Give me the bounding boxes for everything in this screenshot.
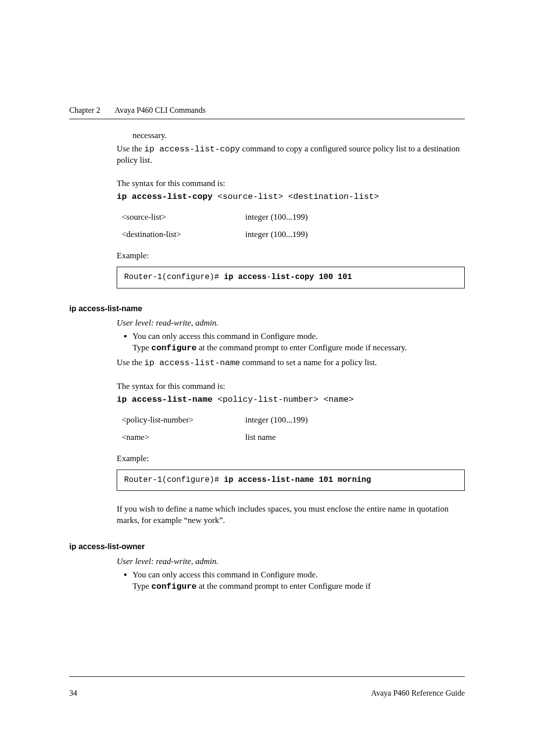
list-item: You can only access this command in Conf…: [133, 569, 465, 593]
necessary-trailing: necessary.: [133, 130, 465, 142]
bullet-line2-pre: Type: [133, 343, 151, 352]
example-box: Router-1(configure)# ip access-list-copy…: [117, 267, 465, 288]
section-name-body: User level: read-write, admin. You can o…: [117, 318, 465, 526]
doc-title: Avaya P460 Reference Guide: [371, 688, 465, 699]
section-copy-body: necessary. Use the ip access-list-copy c…: [117, 130, 465, 288]
param-table: <source-list> integer (100...199) <desti…: [122, 209, 465, 243]
use-post: command to set a name for a policy list.: [240, 358, 377, 367]
note-paragraph: If you wish to define a name which inclu…: [117, 504, 465, 526]
syntax-intro: The syntax for this command is:: [117, 178, 465, 189]
bullet-line2-post: at the command prompt to enter Configure…: [197, 343, 407, 352]
footer-rule: [69, 676, 465, 677]
bullet-line2-cmd: configure: [151, 343, 197, 353]
heading-access-list-owner: ip access-list-owner: [69, 541, 465, 552]
param-table: <policy-list-number> integer (100...199)…: [122, 412, 465, 446]
use-pre: Use the: [117, 358, 144, 367]
page-footer: 34 Avaya P460 Reference Guide: [69, 676, 465, 699]
bullet-line2-post: at the command prompt to enter Configure…: [197, 581, 371, 591]
param-desc: list name: [245, 432, 465, 443]
bullet-list: You can only access this command in Conf…: [117, 569, 465, 593]
table-row: <name> list name: [122, 429, 465, 446]
bullet-list: You can only access this command in Conf…: [117, 331, 465, 354]
syntax-args: <policy-list-number> <name>: [213, 395, 354, 404]
user-level: User level: read-write, admin.: [117, 556, 465, 567]
param-name: <destination-list>: [122, 229, 245, 240]
table-row: <source-list> integer (100...199): [122, 209, 465, 226]
footer-line: 34 Avaya P460 Reference Guide: [69, 688, 465, 699]
example-label: Example:: [117, 453, 465, 465]
example-bold2: list-copy 100 101: [271, 273, 352, 282]
table-row: <policy-list-number> integer (100...199): [122, 412, 465, 429]
bullet-line1: You can only access this command in Conf…: [133, 331, 318, 341]
user-level: User level: read-write, admin.: [117, 318, 465, 329]
bullet-line2: Type configure at the command prompt to …: [133, 581, 465, 593]
example-bold1: ip access: [224, 273, 267, 282]
param-desc: integer (100...199): [245, 229, 465, 240]
use-pre: Use the: [117, 144, 144, 153]
syntax-args: <source-list> <destination-list>: [213, 192, 379, 201]
example-bold: ip access-list-name 101 morning: [224, 475, 371, 484]
syntax-line: ip access-list-copy <source-list> <desti…: [117, 191, 465, 203]
syntax-line: ip access-list-name <policy-list-number>…: [117, 394, 465, 406]
example-prefix: Router-1(configure)#: [124, 273, 224, 282]
param-name: <source-list>: [122, 212, 245, 223]
header-rule: [69, 119, 465, 119]
bullet-line1: You can only access this command in Conf…: [133, 570, 318, 579]
example-prefix: Router-1(configure)#: [124, 475, 224, 484]
syntax-cmd: ip access-list-copy: [117, 192, 213, 201]
use-cmd: ip access-list-name: [144, 358, 240, 368]
chapter-label: Chapter 2: [69, 106, 100, 114]
list-item: You can only access this command in Conf…: [133, 331, 465, 354]
bullet-line2-pre: Type: [133, 581, 151, 591]
example-dash: -: [267, 273, 271, 282]
use-paragraph: Use the ip access-list-name command to s…: [117, 357, 465, 369]
chapter-title: Avaya P460 CLI Commands: [115, 106, 206, 114]
section-owner-body: User level: read-write, admin. You can o…: [117, 556, 465, 593]
example-label: Example:: [117, 250, 465, 262]
running-header: Chapter 2 Avaya P460 CLI Commands: [69, 105, 465, 116]
table-row: <destination-list> integer (100...199): [122, 226, 465, 243]
syntax-cmd: ip access-list-name: [117, 395, 213, 404]
heading-access-list-name: ip access-list-name: [69, 303, 465, 314]
bullet-line2-cmd: configure: [151, 582, 197, 591]
param-desc: integer (100...199): [245, 415, 465, 426]
example-box: Router-1(configure)# ip access-list-name…: [117, 470, 465, 491]
param-name: <policy-list-number>: [122, 415, 245, 426]
param-desc: integer (100...199): [245, 212, 465, 223]
use-cmd: ip access-list-copy: [144, 144, 240, 154]
bullet-line2: Type configure at the command prompt to …: [133, 342, 465, 354]
page: Chapter 2 Avaya P460 CLI Commands necess…: [0, 0, 534, 756]
use-paragraph: Use the ip access-list-copy command to c…: [117, 143, 465, 167]
param-name: <name>: [122, 432, 245, 443]
syntax-intro: The syntax for this command is:: [117, 381, 465, 392]
page-number: 34: [69, 688, 77, 699]
